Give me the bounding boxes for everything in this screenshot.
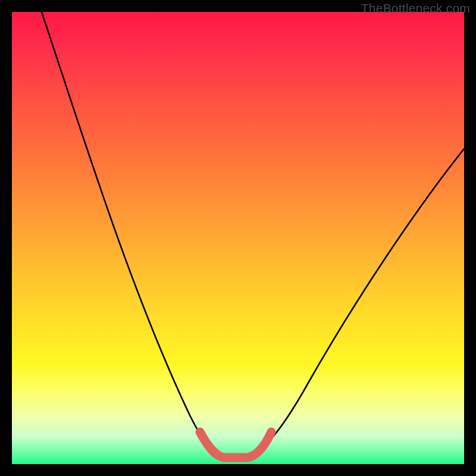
optimal-region-path bbox=[200, 432, 271, 458]
bottleneck-curve-path bbox=[42, 12, 464, 457]
chart-svg bbox=[12, 12, 464, 464]
plot-area bbox=[12, 12, 464, 464]
watermark-text: TheBottleneck.com bbox=[361, 1, 470, 15]
curve-layer bbox=[42, 12, 464, 457]
accent-layer bbox=[200, 432, 271, 458]
chart-frame: TheBottleneck.com bbox=[0, 0, 476, 476]
